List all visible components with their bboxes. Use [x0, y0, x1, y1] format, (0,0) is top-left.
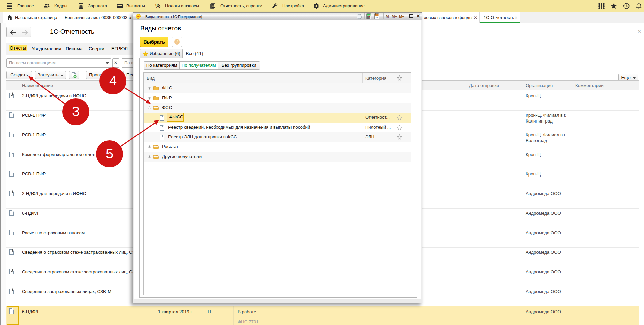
svg-text:31: 31 [375, 16, 378, 19]
svg-text:1с: 1с [137, 15, 140, 18]
